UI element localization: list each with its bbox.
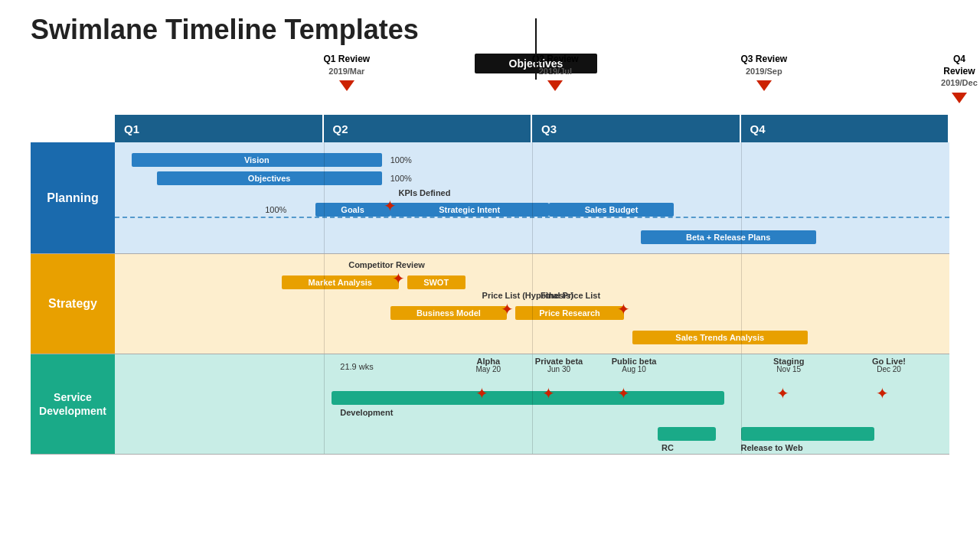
kpis-label: KPIs Defined (399, 188, 451, 197)
strategic-intent-bar: Strategic Intent (390, 203, 549, 217)
quarter-header: Q1 Q2 Q3 Q4 (115, 115, 949, 142)
vline-q2-service (532, 354, 533, 454)
vline-q3-planning (741, 142, 742, 253)
reviews-row: Objectives Q1 Review 2019/Mar Q2 Review … (115, 54, 949, 115)
q1-block: Q1 (115, 115, 324, 142)
planning-label: Planning (31, 142, 115, 253)
page-title: Swimlane Timeline Templates (0, 0, 980, 54)
service-label: ServiceDevelopment (31, 354, 115, 454)
vline-q2-planning (532, 142, 533, 253)
q2-review-marker: Q2 Review 2019/Jul (532, 54, 579, 91)
strategy-swimlane: Strategy Competitor Review Market Analys… (31, 254, 949, 354)
dev-star-1: ✦ (474, 385, 491, 402)
q3-block: Q3 (532, 115, 741, 142)
vline-q3-strategy (741, 254, 742, 354)
sales-trends-bar: Sales Trends Analysis (632, 331, 808, 344)
competitor-review-label: Competitor Review (348, 260, 425, 269)
q4-review-marker: Q4 Review 2019/Dec (941, 54, 978, 103)
q1-triangle (339, 80, 354, 91)
q2-block: Q2 (324, 115, 533, 142)
goals-star: ✦ (382, 197, 399, 214)
vline-q1-service (324, 354, 325, 454)
final-price-label: Final Price List (541, 291, 600, 300)
vision-pct: 100% (390, 155, 412, 165)
goals-pct: 100% (265, 205, 286, 214)
staging-date: Nov 15 (766, 365, 812, 373)
dev-star-2: ✦ (541, 385, 557, 402)
objectives-box: Objectives (475, 54, 597, 73)
q1-review-marker: Q1 Review 2019/Mar (324, 54, 371, 91)
planning-content: Vision 100% Objectives 100% KPIs Defined… (115, 142, 949, 253)
vision-bar: Vision (132, 153, 382, 167)
market-analysis-bar: Market Analysis (282, 276, 399, 289)
vline-q1-strategy (324, 254, 325, 354)
goals-bar: Goals (315, 203, 390, 217)
service-swimlane: ServiceDevelopment 21.9 wks Alpha May 20… (31, 354, 949, 455)
sales-budget-bar: Sales Budget (549, 203, 675, 217)
alpha-date: May 20 (466, 365, 511, 373)
development-bar (332, 391, 724, 405)
rc-label: RC (662, 443, 674, 452)
q3-triangle (756, 80, 772, 91)
strategy-content: Competitor Review Market Analysis ✦ SWOT… (115, 254, 949, 354)
pr-star: ✦ (616, 301, 632, 318)
vline-q2-strategy (532, 254, 533, 354)
dev-star-3: ✦ (616, 385, 632, 402)
beta-release-bar: Beta + Release Plans (641, 230, 816, 244)
bm-star: ✦ (498, 301, 515, 318)
rc-bar (658, 427, 716, 441)
wks-label: 21.9 wks (340, 362, 373, 371)
swot-bar: SWOT (407, 276, 466, 289)
vline-q1-planning (324, 142, 325, 253)
release-label: Release to Web (741, 443, 803, 452)
vline-q3-service (741, 354, 742, 454)
private-beta-date: Jun 30 (532, 365, 586, 373)
public-beta-date: Aug 10 (607, 365, 661, 373)
service-content: 21.9 wks Alpha May 20 Private beta Jun 3… (115, 354, 949, 454)
timeline-container: Objectives Q1 Review 2019/Mar Q2 Review … (31, 54, 949, 455)
planning-swimlane: Planning Vision 100% Objectives 100% KPI… (31, 142, 949, 254)
strategy-label: Strategy (31, 254, 115, 354)
golive-date: Dec 20 (866, 365, 912, 373)
release-star-1: ✦ (774, 385, 791, 402)
development-label: Development (340, 408, 393, 417)
market-star: ✦ (390, 270, 407, 287)
q4-block: Q4 (741, 115, 950, 142)
q3-review-marker: Q3 Review 2019/Sep (741, 54, 788, 91)
release-star-2: ✦ (874, 385, 891, 402)
objectives-pct: 100% (390, 174, 412, 183)
q2-triangle (547, 80, 563, 91)
release-bar (741, 427, 874, 441)
objectives-bar: Objectives (157, 171, 382, 185)
business-model-bar: Business Model (390, 306, 508, 320)
q4-triangle (952, 93, 967, 103)
